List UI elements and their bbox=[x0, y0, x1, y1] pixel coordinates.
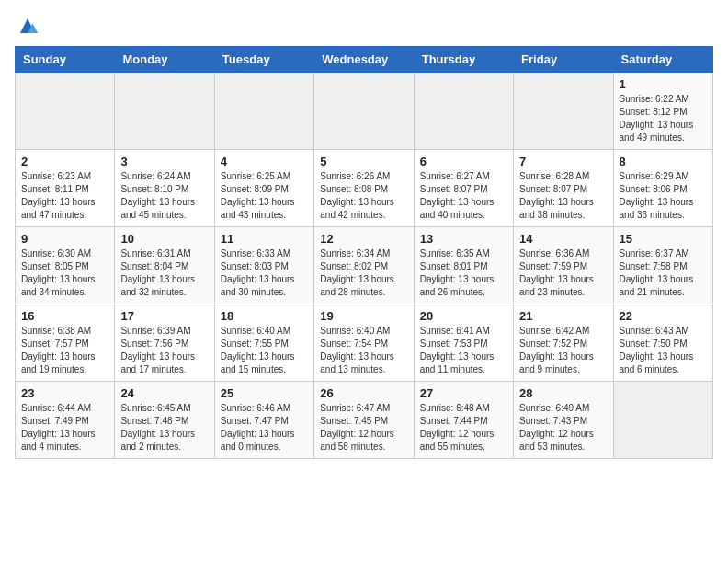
day-info: Sunrise: 6:31 AM Sunset: 8:04 PM Dayligh… bbox=[120, 247, 208, 299]
day-number: 8 bbox=[620, 155, 707, 168]
calendar-cell bbox=[214, 73, 313, 150]
calendar-week-row: 9Sunrise: 6:30 AM Sunset: 8:05 PM Daylig… bbox=[16, 227, 713, 304]
calendar-cell bbox=[314, 73, 414, 150]
weekday-header: Saturday bbox=[613, 47, 712, 73]
calendar-week-row: 16Sunrise: 6:38 AM Sunset: 7:57 PM Dayli… bbox=[16, 304, 713, 382]
calendar-cell: 25Sunrise: 6:46 AM Sunset: 7:47 PM Dayli… bbox=[214, 382, 313, 459]
day-number: 4 bbox=[221, 155, 308, 168]
calendar-cell: 17Sunrise: 6:39 AM Sunset: 7:56 PM Dayli… bbox=[115, 304, 214, 382]
calendar-week-row: 1Sunrise: 6:22 AM Sunset: 8:12 PM Daylig… bbox=[16, 73, 713, 150]
day-number: 5 bbox=[320, 155, 407, 168]
calendar-cell: 7Sunrise: 6:28 AM Sunset: 8:07 PM Daylig… bbox=[514, 150, 613, 227]
day-info: Sunrise: 6:34 AM Sunset: 8:02 PM Dayligh… bbox=[320, 247, 407, 299]
weekday-header: Tuesday bbox=[214, 47, 313, 73]
calendar-week-row: 2Sunrise: 6:23 AM Sunset: 8:11 PM Daylig… bbox=[16, 150, 713, 227]
calendar-cell: 3Sunrise: 6:24 AM Sunset: 8:10 PM Daylig… bbox=[115, 150, 214, 227]
day-info: Sunrise: 6:42 AM Sunset: 7:52 PM Dayligh… bbox=[519, 325, 607, 376]
day-number: 27 bbox=[420, 386, 507, 400]
day-number: 26 bbox=[320, 386, 407, 400]
day-number: 23 bbox=[21, 386, 108, 400]
calendar-cell bbox=[613, 382, 712, 459]
weekday-header: Monday bbox=[115, 47, 214, 73]
calendar-cell bbox=[514, 73, 613, 150]
day-number: 20 bbox=[420, 309, 507, 323]
day-number: 10 bbox=[120, 232, 208, 246]
day-info: Sunrise: 6:36 AM Sunset: 7:59 PM Dayligh… bbox=[519, 247, 607, 299]
calendar-cell: 18Sunrise: 6:40 AM Sunset: 7:55 PM Dayli… bbox=[214, 304, 313, 382]
day-info: Sunrise: 6:35 AM Sunset: 8:01 PM Dayligh… bbox=[420, 247, 507, 299]
day-info: Sunrise: 6:48 AM Sunset: 7:44 PM Dayligh… bbox=[420, 402, 507, 454]
day-info: Sunrise: 6:40 AM Sunset: 7:54 PM Dayligh… bbox=[320, 325, 407, 376]
calendar-cell bbox=[115, 73, 214, 150]
day-number: 1 bbox=[620, 77, 707, 91]
day-info: Sunrise: 6:44 AM Sunset: 7:49 PM Dayligh… bbox=[21, 402, 108, 454]
day-info: Sunrise: 6:47 AM Sunset: 7:45 PM Dayligh… bbox=[320, 402, 407, 454]
day-number: 25 bbox=[221, 386, 308, 400]
day-number: 22 bbox=[620, 309, 707, 323]
logo bbox=[15, 15, 39, 37]
day-number: 11 bbox=[221, 232, 308, 246]
calendar-cell: 19Sunrise: 6:40 AM Sunset: 7:54 PM Dayli… bbox=[314, 304, 414, 382]
calendar-cell: 24Sunrise: 6:45 AM Sunset: 7:48 PM Dayli… bbox=[115, 382, 214, 459]
day-number: 13 bbox=[420, 232, 507, 246]
calendar-cell: 1Sunrise: 6:22 AM Sunset: 8:12 PM Daylig… bbox=[613, 73, 712, 150]
day-number: 16 bbox=[21, 309, 108, 323]
weekday-header: Friday bbox=[514, 47, 613, 73]
day-number: 24 bbox=[120, 386, 208, 400]
calendar-cell: 21Sunrise: 6:42 AM Sunset: 7:52 PM Dayli… bbox=[514, 304, 613, 382]
day-number: 18 bbox=[221, 309, 308, 323]
calendar-cell: 2Sunrise: 6:23 AM Sunset: 8:11 PM Daylig… bbox=[16, 150, 115, 227]
calendar-cell: 10Sunrise: 6:31 AM Sunset: 8:04 PM Dayli… bbox=[115, 227, 214, 304]
calendar-table: SundayMondayTuesdayWednesdayThursdayFrid… bbox=[15, 46, 713, 459]
calendar-cell: 8Sunrise: 6:29 AM Sunset: 8:06 PM Daylig… bbox=[613, 150, 712, 227]
weekday-header: Sunday bbox=[16, 47, 115, 73]
day-info: Sunrise: 6:25 AM Sunset: 8:09 PM Dayligh… bbox=[221, 170, 308, 222]
weekday-header: Wednesday bbox=[314, 47, 414, 73]
calendar-header: SundayMondayTuesdayWednesdayThursdayFrid… bbox=[16, 47, 713, 73]
calendar-cell: 28Sunrise: 6:49 AM Sunset: 7:43 PM Dayli… bbox=[514, 382, 613, 459]
day-number: 9 bbox=[21, 232, 108, 246]
day-info: Sunrise: 6:30 AM Sunset: 8:05 PM Dayligh… bbox=[21, 247, 108, 299]
day-info: Sunrise: 6:46 AM Sunset: 7:47 PM Dayligh… bbox=[221, 402, 308, 454]
calendar-cell: 22Sunrise: 6:43 AM Sunset: 7:50 PM Dayli… bbox=[613, 304, 712, 382]
calendar-cell: 27Sunrise: 6:48 AM Sunset: 7:44 PM Dayli… bbox=[414, 382, 513, 459]
day-number: 17 bbox=[120, 309, 208, 323]
calendar-cell: 4Sunrise: 6:25 AM Sunset: 8:09 PM Daylig… bbox=[214, 150, 313, 227]
day-info: Sunrise: 6:41 AM Sunset: 7:53 PM Dayligh… bbox=[420, 325, 507, 376]
day-number: 12 bbox=[320, 232, 407, 246]
calendar-cell: 6Sunrise: 6:27 AM Sunset: 8:07 PM Daylig… bbox=[414, 150, 513, 227]
weekday-header: Thursday bbox=[414, 47, 513, 73]
day-info: Sunrise: 6:26 AM Sunset: 8:08 PM Dayligh… bbox=[320, 170, 407, 222]
calendar-cell: 23Sunrise: 6:44 AM Sunset: 7:49 PM Dayli… bbox=[16, 382, 115, 459]
calendar-cell: 13Sunrise: 6:35 AM Sunset: 8:01 PM Dayli… bbox=[414, 227, 513, 304]
day-number: 19 bbox=[320, 309, 407, 323]
day-info: Sunrise: 6:39 AM Sunset: 7:56 PM Dayligh… bbox=[120, 325, 208, 376]
day-number: 15 bbox=[620, 232, 707, 246]
calendar-cell: 26Sunrise: 6:47 AM Sunset: 7:45 PM Dayli… bbox=[314, 382, 414, 459]
day-info: Sunrise: 6:43 AM Sunset: 7:50 PM Dayligh… bbox=[620, 325, 707, 376]
calendar-cell: 16Sunrise: 6:38 AM Sunset: 7:57 PM Dayli… bbox=[16, 304, 115, 382]
calendar-cell: 15Sunrise: 6:37 AM Sunset: 7:58 PM Dayli… bbox=[613, 227, 712, 304]
day-number: 7 bbox=[519, 155, 607, 168]
day-number: 6 bbox=[420, 155, 507, 168]
day-info: Sunrise: 6:38 AM Sunset: 7:57 PM Dayligh… bbox=[21, 325, 108, 376]
calendar-cell bbox=[414, 73, 513, 150]
calendar-cell: 11Sunrise: 6:33 AM Sunset: 8:03 PM Dayli… bbox=[214, 227, 313, 304]
calendar-cell: 12Sunrise: 6:34 AM Sunset: 8:02 PM Dayli… bbox=[314, 227, 414, 304]
day-info: Sunrise: 6:22 AM Sunset: 8:12 PM Dayligh… bbox=[620, 93, 707, 144]
day-info: Sunrise: 6:28 AM Sunset: 8:07 PM Dayligh… bbox=[519, 170, 607, 222]
calendar-cell bbox=[16, 73, 115, 150]
day-info: Sunrise: 6:37 AM Sunset: 7:58 PM Dayligh… bbox=[620, 247, 707, 299]
day-info: Sunrise: 6:23 AM Sunset: 8:11 PM Dayligh… bbox=[21, 170, 108, 222]
calendar-week-row: 23Sunrise: 6:44 AM Sunset: 7:49 PM Dayli… bbox=[16, 382, 713, 459]
day-info: Sunrise: 6:33 AM Sunset: 8:03 PM Dayligh… bbox=[221, 247, 308, 299]
day-number: 2 bbox=[21, 155, 108, 168]
day-info: Sunrise: 6:49 AM Sunset: 7:43 PM Dayligh… bbox=[519, 402, 607, 454]
day-number: 3 bbox=[120, 155, 208, 168]
day-info: Sunrise: 6:29 AM Sunset: 8:06 PM Dayligh… bbox=[620, 170, 707, 222]
calendar-cell: 14Sunrise: 6:36 AM Sunset: 7:59 PM Dayli… bbox=[514, 227, 613, 304]
day-info: Sunrise: 6:40 AM Sunset: 7:55 PM Dayligh… bbox=[221, 325, 308, 376]
day-number: 21 bbox=[519, 309, 607, 323]
logo-icon bbox=[17, 15, 39, 37]
day-number: 28 bbox=[519, 386, 607, 400]
